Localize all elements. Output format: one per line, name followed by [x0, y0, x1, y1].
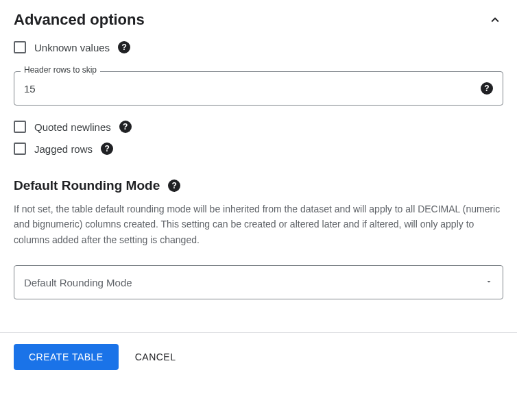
header-rows-input[interactable] [24, 83, 481, 95]
section-header: Advanced options [14, 11, 503, 29]
help-icon[interactable]: ? [481, 82, 493, 95]
quoted-newlines-label: Quoted newlines [34, 121, 111, 133]
jagged-rows-label: Jagged rows [34, 143, 93, 155]
header-rows-input-wrapper: ? [14, 71, 503, 106]
rounding-mode-select[interactable]: Default Rounding Mode [14, 265, 503, 299]
cancel-button[interactable]: Cancel [135, 351, 176, 362]
quoted-newlines-checkbox[interactable] [14, 121, 26, 133]
create-table-button[interactable]: Create Table [14, 344, 119, 370]
rounding-title: Default Rounding Mode [14, 178, 160, 193]
section-title: Advanced options [14, 11, 145, 29]
help-icon[interactable]: ? [101, 143, 113, 155]
chevron-up-icon [488, 12, 503, 27]
quoted-newlines-row: Quoted newlines ? [14, 121, 503, 133]
help-icon[interactable]: ? [168, 180, 180, 192]
dropdown-caret-icon [485, 276, 493, 288]
rounding-description: If not set, the table default rounding m… [14, 201, 503, 247]
help-icon[interactable]: ? [119, 121, 132, 133]
collapse-toggle[interactable] [487, 12, 503, 28]
unknown-values-row: Unknown values ? [14, 41, 503, 53]
rounding-mode-value: Default Rounding Mode [24, 277, 132, 288]
unknown-values-label: Unknown values [34, 42, 110, 53]
help-icon[interactable]: ? [118, 41, 130, 53]
header-rows-label: Header rows to skip [21, 65, 100, 75]
unknown-values-checkbox[interactable] [14, 41, 26, 53]
jagged-rows-checkbox[interactable] [14, 143, 26, 155]
rounding-header: Default Rounding Mode ? [14, 178, 503, 193]
jagged-rows-row: Jagged rows ? [14, 143, 503, 155]
header-rows-field: Header rows to skip ? [14, 71, 503, 106]
footer: Create Table Cancel [0, 332, 517, 381]
